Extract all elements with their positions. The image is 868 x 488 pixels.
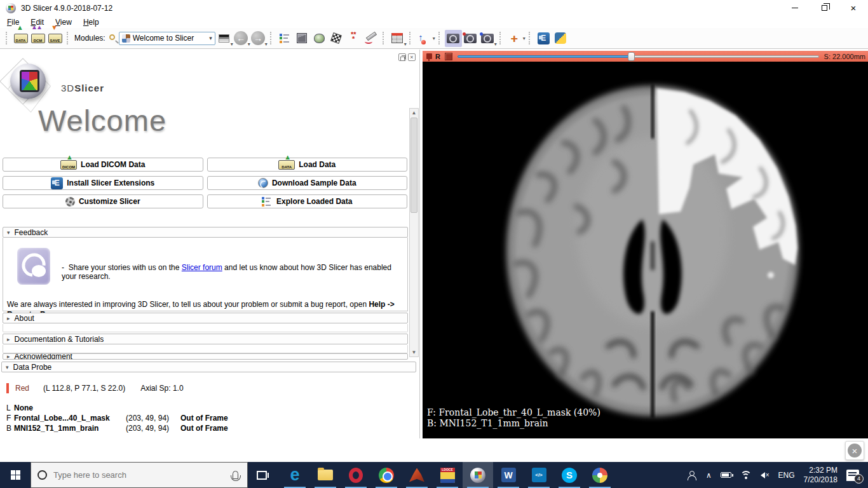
welcome-heading: Welcome: [38, 103, 166, 138]
markups-button[interactable]: ***: [345, 30, 362, 47]
minimize-button[interactable]: [780, 0, 810, 16]
layout-icon: [391, 33, 403, 43]
taskbar-app-file-explorer[interactable]: [310, 462, 341, 488]
taskbar-app-word[interactable]: W: [493, 462, 524, 488]
taskbar-app-opera[interactable]: [341, 462, 371, 488]
dicom-folder-icon: DICOM▲: [60, 159, 77, 170]
cortana-icon: [37, 470, 47, 480]
start-button[interactable]: [0, 462, 31, 488]
toolbar-grip[interactable]: [499, 32, 503, 44]
taskbar-app-chrome[interactable]: [371, 462, 402, 488]
chevron-down-icon[interactable]: ▾: [433, 36, 435, 41]
load-data-button[interactable]: DATA▲: [12, 30, 29, 47]
layout-selector-button[interactable]: ▾: [389, 30, 406, 47]
taskbar-app-palette[interactable]: [585, 462, 615, 488]
language-indicator[interactable]: ENG: [774, 462, 799, 488]
taskbar-app-ldoce[interactable]: LDOCE: [432, 462, 463, 488]
red-slice-viewport[interactable]: F: Frontal_Lobe_thr_40_L_mask (40%) B: M…: [423, 62, 868, 438]
taskbar-app-skype[interactable]: S: [554, 462, 585, 488]
screenshot-button[interactable]: [445, 30, 462, 47]
download-sample-data-button[interactable]: Download Sample Data: [207, 176, 408, 190]
module-selector[interactable]: Welcome to Slicer ▾: [119, 32, 215, 45]
panel-float-button[interactable]: [398, 53, 406, 61]
toolbar-grip[interactable]: [67, 32, 70, 44]
volume-rendering-button[interactable]: [294, 30, 311, 47]
load-data-button-panel[interactable]: DATA▲ Load Data: [207, 158, 408, 172]
slice-view-menu-icon[interactable]: [445, 53, 452, 60]
volume-muted-indicator[interactable]: ×: [756, 462, 774, 488]
scene-view-restore-button[interactable]: ▾: [479, 30, 496, 47]
wifi-indicator[interactable]: [736, 462, 756, 488]
load-dicom-button[interactable]: DCM▲▲: [29, 30, 46, 47]
data-probe-section-header[interactable]: ▾ Data Probe: [1, 362, 416, 372]
people-button[interactable]: [682, 462, 702, 488]
search-input[interactable]: [53, 470, 226, 480]
data-folder-icon: DATA▲: [278, 159, 295, 170]
clock[interactable]: 2:32 PM 7/20/2018: [799, 462, 842, 488]
toolbar-grip[interactable]: [6, 32, 9, 44]
toolbar-grip[interactable]: [383, 32, 386, 44]
module-search-icon[interactable]: [109, 34, 115, 40]
extensions-manager-button[interactable]: E: [535, 30, 552, 47]
chrome-icon: [379, 468, 394, 483]
scrollbar-thumb[interactable]: [410, 118, 417, 213]
toolbar-grip[interactable]: [438, 32, 442, 44]
toolbar-grip[interactable]: [409, 32, 412, 44]
taskbar-search[interactable]: [31, 462, 248, 488]
transforms-button[interactable]: [328, 30, 345, 47]
system-tray: ∧ × ENG 2:32 PM 7/20/2018 4: [682, 462, 868, 488]
toolbar-grip[interactable]: [529, 32, 532, 44]
menu-help[interactable]: Help: [78, 17, 105, 28]
task-view-button[interactable]: [248, 462, 276, 488]
toolbar-grip[interactable]: [270, 32, 273, 44]
annotations-button[interactable]: [362, 30, 379, 47]
module-history-button[interactable]: ▾: [215, 30, 233, 47]
acknowledgment-section-header[interactable]: ▸ Acknowledgment: [3, 353, 408, 360]
floating-close-button[interactable]: ×: [845, 441, 864, 460]
action-center-button[interactable]: 4: [842, 462, 868, 488]
battery-indicator[interactable]: [716, 462, 736, 488]
customize-slicer-button[interactable]: Customize Slicer: [3, 194, 203, 208]
feedback-section-header[interactable]: ▾ Feedback: [3, 227, 408, 238]
vscode-icon: </>: [532, 468, 546, 482]
module-back-button[interactable]: ←▾: [233, 30, 250, 47]
save-button-toolbar[interactable]: SAVE▼: [46, 30, 64, 47]
module-forward-button[interactable]: →▾: [250, 30, 267, 47]
about-section-header[interactable]: ▸ About: [3, 313, 408, 323]
panel-close-button[interactable]: ×: [408, 53, 416, 61]
slice-offset-slider[interactable]: [458, 52, 819, 60]
restore-button[interactable]: [810, 0, 839, 16]
microphone-icon[interactable]: [233, 471, 238, 479]
taskbar-app-3d-slicer[interactable]: [463, 462, 493, 488]
models-button[interactable]: [311, 30, 328, 47]
tray-overflow-button[interactable]: ∧: [702, 462, 716, 488]
panel-scrollbar[interactable]: ▲ ▼: [409, 108, 419, 357]
taskbar-app-vscode[interactable]: </>: [524, 462, 554, 488]
scroll-down-icon[interactable]: ▼: [410, 348, 418, 356]
data-folder-icon: DATA: [14, 34, 28, 43]
close-button[interactable]: ×: [839, 0, 868, 16]
mouse-mode-icon: ↑: [418, 32, 430, 44]
pin-icon[interactable]: [426, 53, 432, 59]
install-extensions-button[interactable]: E Install Slicer Extensions: [3, 176, 203, 190]
probe-spacing: Axial Sp: 1.0: [140, 384, 183, 393]
explore-loaded-data-button[interactable]: Explore Loaded Data: [207, 194, 408, 208]
scene-view-capture-button[interactable]: [462, 30, 479, 47]
python-console-button[interactable]: [552, 30, 569, 47]
markups-fiducial-icon: ***: [347, 32, 360, 44]
chevron-down-icon[interactable]: ▾: [523, 36, 526, 41]
taskbar-app-edge[interactable]: e: [280, 462, 310, 488]
slicer-forum-link[interactable]: Slicer forum: [182, 263, 222, 272]
chevron-down-icon: ▾: [404, 41, 407, 47]
scroll-up-icon[interactable]: ▲: [410, 109, 418, 117]
crosshair-button[interactable]: +: [506, 30, 523, 47]
documentation-section-header[interactable]: ▸ Documentation & Tutorials: [3, 334, 408, 344]
load-dicom-data-button[interactable]: DICOM▲ Load DICOM Data: [3, 158, 203, 172]
python-icon: [555, 32, 566, 44]
transform-checker-icon: [330, 32, 342, 44]
mouse-mode-button[interactable]: ↑: [416, 30, 433, 47]
taskbar-app-matlab[interactable]: [402, 462, 432, 488]
windows-taskbar: e LDOCE W </> S ∧ × ENG 2:32 PM: [0, 462, 868, 488]
subject-hierarchy-button[interactable]: [276, 30, 294, 47]
slider-handle[interactable]: [628, 52, 635, 61]
